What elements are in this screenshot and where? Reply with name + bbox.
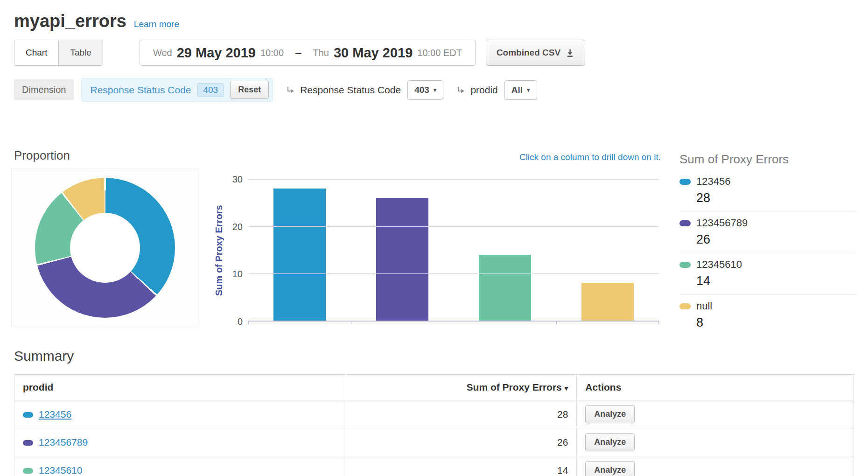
status-code-dropdown[interactable]: 403 ▾ xyxy=(407,80,443,100)
y-tick-label: 30 xyxy=(232,174,243,185)
summary-table: prodid Sum of Proxy Errors▾ Actions 1234… xyxy=(14,374,854,476)
x-axis-tick xyxy=(351,322,351,324)
series-swatch xyxy=(679,179,691,185)
donut-chart-panel xyxy=(11,168,199,327)
prodid-link[interactable]: 12345610 xyxy=(39,465,82,476)
drilldown-arrow-icon xyxy=(285,85,295,95)
chevron-down-icon: ▾ xyxy=(527,86,530,93)
legend-value: 8 xyxy=(679,315,857,330)
prodid-link[interactable]: 123456 xyxy=(39,409,71,420)
table-row: 12345678926Analyze xyxy=(14,428,854,456)
legend-item: 12345678926 xyxy=(679,212,857,253)
status-code-drilldown-label: Response Status Code xyxy=(300,84,401,96)
y-tick-label: 20 xyxy=(232,221,243,232)
legend-label: null xyxy=(696,300,712,312)
bar-123456789[interactable] xyxy=(376,198,428,321)
series-swatch xyxy=(679,220,691,226)
y-axis-ticks: 0102030 xyxy=(226,179,248,322)
prodid-cell: 123456789 xyxy=(14,428,346,456)
bar-12345610[interactable] xyxy=(479,255,531,321)
end-date: 30 May 2019 xyxy=(334,45,413,61)
legend-item: 12345628 xyxy=(679,170,857,212)
combined-csv-button[interactable]: Combined CSV xyxy=(486,40,585,66)
legend-title: Sum of Proxy Errors xyxy=(679,152,857,167)
end-time: 10:00 EDT xyxy=(417,48,462,58)
bar-plot-area xyxy=(248,179,659,322)
y-tick-label: 0 xyxy=(238,316,243,327)
column-header-sum[interactable]: Sum of Proxy Errors▾ xyxy=(346,375,577,400)
x-axis-tick xyxy=(556,322,557,324)
status-code-dropdown-value: 403 xyxy=(414,85,429,95)
filter-chip-value: 403 xyxy=(197,83,224,97)
x-axis-tick xyxy=(248,322,249,324)
legend-value: 28 xyxy=(679,191,857,205)
sum-cell: 28 xyxy=(346,400,577,428)
column-header-prodid: prodid xyxy=(14,375,346,400)
chart-view-button[interactable]: Chart xyxy=(14,40,59,66)
gridline xyxy=(248,273,659,274)
start-date: 29 May 2019 xyxy=(177,45,256,61)
toolbar: Chart Table Wed 29 May 2019 10:00 – Thu … xyxy=(0,40,868,66)
series-swatch xyxy=(679,303,691,309)
analyze-button[interactable]: Analyze xyxy=(585,405,635,423)
filter-chip-label: Response Status Code xyxy=(90,84,191,96)
series-swatch xyxy=(23,468,33,474)
drilldown-arrow-icon xyxy=(455,85,466,95)
gridline xyxy=(248,226,659,227)
proportion-donut-chart[interactable] xyxy=(35,178,175,318)
proportion-label: Proportion xyxy=(14,148,199,163)
prodid-dropdown[interactable]: All ▾ xyxy=(504,80,537,100)
bar-chart-panel: Click on a column to drill down on it. S… xyxy=(212,148,661,336)
drilldown-hint: Click on a column to drill down on it. xyxy=(519,152,661,162)
prodid-dropdown-value: All xyxy=(511,85,523,95)
prodid-cell: 12345610 xyxy=(14,456,346,476)
date-range-picker[interactable]: Wed 29 May 2019 10:00 – Thu 30 May 2019 … xyxy=(140,40,476,66)
table-view-button[interactable]: Table xyxy=(59,40,103,66)
chart-legend: Sum of Proxy Errors 12345628123456789261… xyxy=(679,148,857,336)
analyze-button[interactable]: Analyze xyxy=(585,461,635,476)
sum-cell: 26 xyxy=(346,428,577,456)
y-axis-label: Sum of Proxy Errors xyxy=(212,179,226,322)
legend-value: 14 xyxy=(679,274,857,288)
legend-label: 12345610 xyxy=(696,259,742,271)
bar-chart: Sum of Proxy Errors 0102030 xyxy=(212,179,661,322)
bars xyxy=(248,179,659,321)
legend-label: 123456789 xyxy=(696,217,748,229)
legend-items: 12345628123456789261234561014null8 xyxy=(679,170,857,336)
filter-bar: Dimension Response Status Code 403 Reset… xyxy=(0,78,868,102)
end-day: Thu xyxy=(313,48,329,58)
chevron-down-icon: ▾ xyxy=(434,86,437,93)
legend-item: null8 xyxy=(679,295,857,336)
reset-button[interactable]: Reset xyxy=(230,81,269,99)
table-row: 12345628Analyze xyxy=(14,400,854,428)
y-tick-label: 10 xyxy=(232,268,243,280)
sort-desc-icon[interactable]: ▾ xyxy=(565,384,568,392)
proportion-panel: Proportion xyxy=(11,148,199,336)
prodid-drilldown-label: prodid xyxy=(470,84,497,96)
x-axis-tick xyxy=(658,322,659,324)
legend-label: 123456 xyxy=(696,175,730,188)
active-filter-chip: Response Status Code 403 Reset xyxy=(81,78,273,102)
analyze-button[interactable]: Analyze xyxy=(585,433,635,451)
table-row: 1234561014Analyze xyxy=(14,456,854,476)
start-time: 10:00 xyxy=(260,48,284,58)
page-title: myapi_errors xyxy=(14,11,126,31)
series-swatch xyxy=(679,262,691,268)
sum-cell: 14 xyxy=(346,456,577,476)
summary-section: Summary prodid Sum of Proxy Errors▾ Acti… xyxy=(0,348,868,476)
column-header-actions: Actions xyxy=(577,375,854,400)
bar-null[interactable] xyxy=(581,283,634,321)
actions-cell: Analyze xyxy=(577,456,854,476)
prodid-cell: 123456 xyxy=(14,400,346,428)
actions-cell: Analyze xyxy=(577,400,854,428)
prodid-link[interactable]: 123456789 xyxy=(39,437,88,448)
series-swatch xyxy=(23,440,33,446)
page-header: myapi_errors Learn more xyxy=(0,0,868,31)
series-swatch xyxy=(23,412,33,418)
bar-123456[interactable] xyxy=(273,189,326,321)
charts-section: Proportion Click on a column to drill do… xyxy=(0,148,868,336)
learn-more-link[interactable]: Learn more xyxy=(134,19,179,29)
view-toggle: Chart Table xyxy=(14,40,103,66)
analytics-dashboard: myapi_errors Learn more Chart Table Wed … xyxy=(0,0,868,476)
actions-cell: Analyze xyxy=(577,428,854,456)
